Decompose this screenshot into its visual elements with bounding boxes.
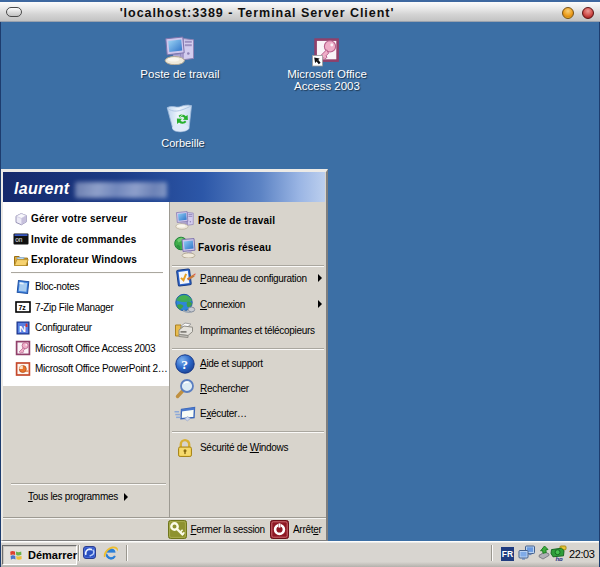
- svg-text:7z: 7z: [18, 304, 26, 311]
- svg-text:on: on: [15, 236, 23, 243]
- svg-text:?: ?: [181, 357, 188, 372]
- svg-text:N: N: [19, 323, 26, 334]
- svg-text:hp: hp: [555, 556, 563, 561]
